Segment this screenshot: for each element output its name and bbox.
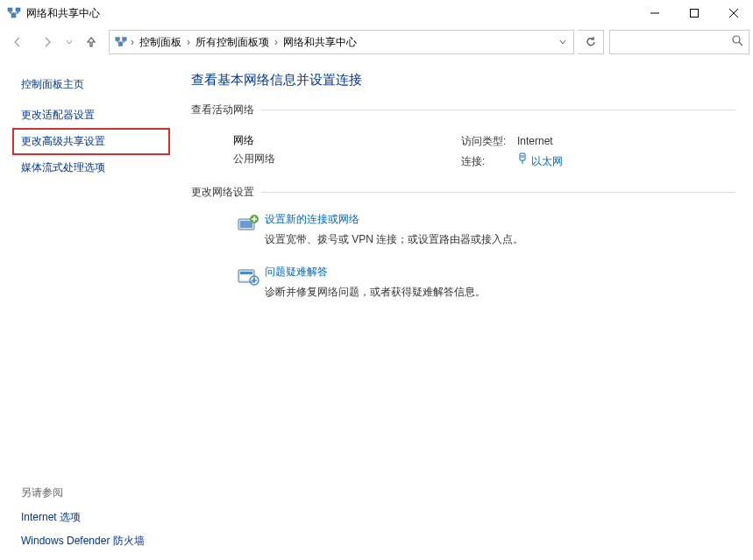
network-center-icon <box>113 36 129 48</box>
control-panel-home-link[interactable]: 控制面板主页 <box>21 72 168 103</box>
svg-rect-12 <box>123 38 126 41</box>
search-input[interactable] <box>609 30 749 54</box>
ethernet-icon <box>517 152 528 169</box>
see-also-internet-options[interactable]: Internet 选项 <box>21 506 168 529</box>
search-icon <box>732 35 743 49</box>
svg-rect-2 <box>11 14 16 18</box>
chevron-right-icon[interactable]: › <box>273 36 280 48</box>
connection-value: 以太网 <box>531 153 563 169</box>
network-details: 访问类型: Internet 连接: 以太网 <box>461 133 563 173</box>
breadcrumb-item[interactable]: 所有控制面板项 <box>192 35 273 50</box>
sidebar-item-adapter-settings[interactable]: 更改适配器设置 <box>21 103 168 128</box>
section-heading: 查看活动网络 <box>191 103 254 117</box>
setting-troubleshoot: 问题疑难解答 诊断并修复网络问题，或者获得疑难解答信息。 <box>233 265 735 300</box>
svg-rect-31 <box>240 272 252 274</box>
sidebar-item-media-streaming[interactable]: 媒体流式处理选项 <box>21 155 168 181</box>
access-type-label: 访问类型: <box>461 133 517 149</box>
page-heading: 查看基本网络信息并设置连接 <box>191 72 735 89</box>
up-button[interactable] <box>77 30 105 54</box>
troubleshoot-icon <box>233 265 265 300</box>
see-also-heading: 另请参阅 <box>21 480 168 506</box>
refresh-button[interactable] <box>578 30 604 54</box>
network-block: 网络 公用网络 访问类型: Internet 连接: 以太网 <box>191 121 735 185</box>
svg-rect-0 <box>8 8 12 11</box>
window-controls <box>635 0 753 26</box>
breadcrumb-item[interactable]: 网络和共享中心 <box>280 35 360 50</box>
close-button[interactable] <box>714 0 753 26</box>
connection-label: 连接: <box>461 153 517 169</box>
network-identity: 网络 公用网络 <box>233 133 461 173</box>
connection-link[interactable]: 以太网 <box>517 152 563 169</box>
titlebar: 网络和共享中心 <box>0 0 753 26</box>
main-panel: 查看基本网络信息并设置连接 查看活动网络 网络 公用网络 访问类型: Inter… <box>175 58 753 560</box>
svg-rect-8 <box>690 10 698 18</box>
network-center-icon <box>7 6 21 20</box>
sidebar-item-advanced-sharing[interactable]: 更改高级共享设置 <box>12 128 170 155</box>
svg-point-18 <box>733 36 740 43</box>
network-type: 公用网络 <box>233 152 461 167</box>
section-active-networks: 查看活动网络 <box>191 103 735 117</box>
setting-title-link[interactable]: 设置新的连接或网络 <box>265 212 523 227</box>
see-also-defender-firewall[interactable]: Windows Defender 防火墙 <box>21 529 168 553</box>
svg-rect-11 <box>116 38 119 41</box>
window-title: 网络和共享中心 <box>26 6 100 21</box>
svg-rect-20 <box>520 153 525 160</box>
chevron-right-icon[interactable]: › <box>185 36 192 48</box>
section-heading: 更改网络设置 <box>191 185 254 200</box>
divider <box>261 110 735 110</box>
minimize-button[interactable] <box>635 0 674 26</box>
setting-description: 设置宽带、拨号或 VPN 连接；或设置路由器或接入点。 <box>265 232 523 247</box>
svg-rect-1 <box>16 8 20 11</box>
chevron-right-icon[interactable]: › <box>129 36 136 48</box>
forward-button[interactable] <box>33 30 61 54</box>
navbar: › 控制面板 › 所有控制面板项 › 网络和共享中心 <box>0 26 753 58</box>
new-connection-icon <box>233 212 265 247</box>
setting-new-connection: 设置新的连接或网络 设置宽带、拨号或 VPN 连接；或设置路由器或接入点。 <box>233 212 735 247</box>
breadcrumb-item[interactable]: 控制面板 <box>136 35 185 50</box>
sidebar: 控制面板主页 更改适配器设置 更改高级共享设置 媒体流式处理选项 另请参阅 In… <box>0 58 175 560</box>
address-bar[interactable]: › 控制面板 › 所有控制面板项 › 网络和共享中心 <box>109 30 574 54</box>
address-dropdown-icon[interactable] <box>552 31 573 53</box>
section-change-settings: 更改网络设置 <box>191 185 735 200</box>
content-area: 控制面板主页 更改适配器设置 更改高级共享设置 媒体流式处理选项 另请参阅 In… <box>0 58 753 560</box>
settings-list: 设置新的连接或网络 设置宽带、拨号或 VPN 连接；或设置路由器或接入点。 <box>191 203 735 300</box>
history-dropdown-icon[interactable] <box>63 39 75 46</box>
back-button[interactable] <box>4 30 32 54</box>
divider <box>261 192 735 193</box>
setting-title-link[interactable]: 问题疑难解答 <box>265 265 486 280</box>
network-name: 网络 <box>233 133 461 148</box>
maximize-button[interactable] <box>674 0 714 26</box>
access-type-value: Internet <box>517 133 553 149</box>
svg-line-19 <box>739 42 742 46</box>
setting-description: 诊断并修复网络问题，或者获得疑难解答信息。 <box>265 285 486 300</box>
svg-rect-13 <box>118 43 122 46</box>
svg-rect-25 <box>240 221 252 228</box>
